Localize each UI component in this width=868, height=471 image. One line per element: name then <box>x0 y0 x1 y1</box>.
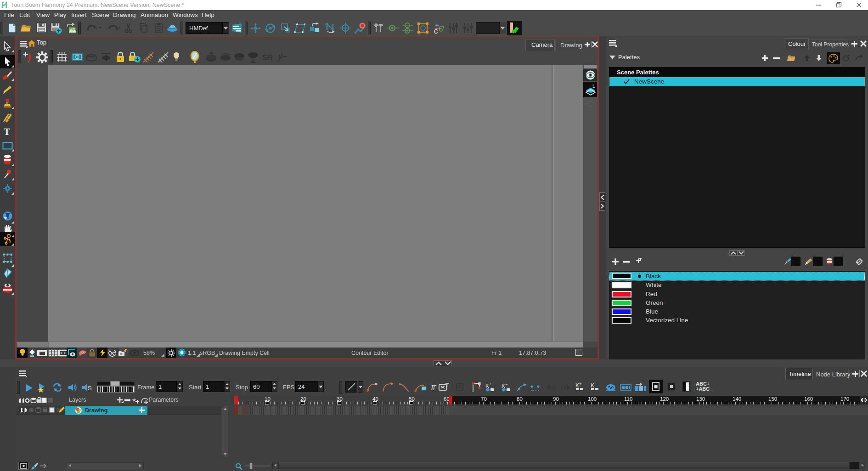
svg-text:KF: KF <box>561 385 568 391</box>
svg-text:S: S <box>88 385 92 392</box>
svg-text:IT: IT <box>431 384 436 392</box>
svg-text:T: T <box>4 127 10 137</box>
svg-text:SR: SR <box>262 54 273 62</box>
svg-text:KF: KF <box>550 385 556 391</box>
svg-text:L: L <box>592 83 595 89</box>
svg-text:C: C <box>434 28 438 34</box>
